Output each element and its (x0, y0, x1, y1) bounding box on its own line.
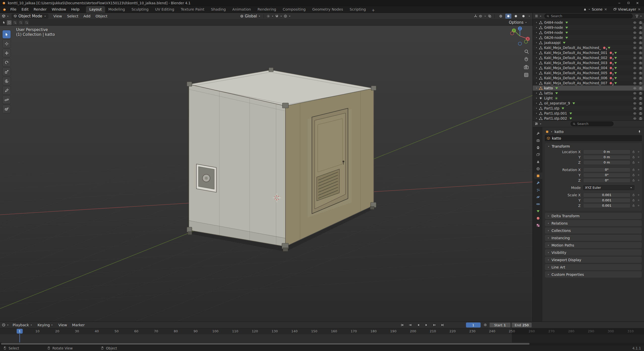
start-frame-field[interactable]: Start 1 (489, 322, 511, 328)
menu-file[interactable]: File (8, 6, 19, 13)
lock-icon[interactable] (632, 179, 635, 182)
properties-tab-modifiers[interactable] (534, 180, 542, 186)
properties-search-input[interactable]: Search (571, 121, 613, 126)
remove-view-layer-button[interactable] (637, 8, 641, 11)
camera-icon[interactable] (639, 86, 642, 90)
disclosure-icon[interactable] (535, 46, 538, 49)
transform-panel-header[interactable]: Transform (546, 143, 640, 149)
panel-line-art[interactable]: Line Art (545, 264, 642, 270)
disclosure-icon[interactable] (535, 112, 538, 115)
play-reverse-button[interactable] (415, 322, 422, 328)
panel-motion-paths[interactable]: Motion Paths (545, 242, 642, 248)
lock-icon[interactable] (632, 173, 635, 177)
disclosure-icon[interactable] (535, 102, 538, 105)
anim-dot-icon[interactable] (637, 161, 640, 164)
pin-icon[interactable] (638, 130, 641, 133)
lock-icon[interactable] (632, 168, 635, 171)
outliner-item-oil-separator-9[interactable]: oil_separator_9 (533, 101, 644, 106)
properties-tab-render[interactable] (534, 137, 542, 144)
number-field[interactable]: 0 m (583, 160, 630, 165)
number-field[interactable]: 0° (583, 178, 630, 183)
unlink-scene-button[interactable] (604, 8, 607, 11)
eye-icon[interactable] (633, 71, 637, 75)
eye-icon[interactable] (633, 51, 637, 55)
lock-icon[interactable] (632, 199, 635, 202)
tool-add-cube-button[interactable] (3, 105, 11, 113)
disclosure-icon[interactable] (535, 26, 538, 29)
camera-icon[interactable] (639, 21, 642, 24)
disclosure-icon[interactable] (535, 76, 538, 79)
camera-icon[interactable] (639, 106, 642, 110)
maximize-button[interactable] (624, 0, 633, 6)
anim-dot-icon[interactable] (637, 179, 640, 182)
eye-icon[interactable] (633, 117, 637, 120)
workspace-tab-rendering[interactable]: Rendering (254, 6, 279, 13)
eye-icon[interactable] (633, 61, 637, 65)
disclosure-icon[interactable] (535, 41, 538, 44)
properties-tab-physics[interactable] (534, 194, 542, 200)
end-frame-field[interactable]: End 250 (512, 322, 532, 328)
mode-dropdown[interactable]: Object Mode (12, 14, 48, 19)
tool-scale-button[interactable] (3, 68, 11, 76)
jump-to-start-button[interactable] (398, 322, 406, 328)
panel-relations[interactable]: Relations (545, 220, 642, 226)
camera-icon[interactable] (639, 51, 642, 55)
rotation-mode-dropdown[interactable]: XYZ Euler (583, 185, 634, 190)
play-button[interactable] (423, 322, 430, 328)
properties-tab-world[interactable] (534, 166, 542, 172)
properties-tab-output[interactable] (534, 144, 542, 151)
camera-icon[interactable] (639, 46, 642, 50)
workspace-tab-shading[interactable]: Shading (208, 6, 229, 13)
tool-annotate-button[interactable] (3, 86, 11, 94)
chevron-down-icon[interactable] (258, 15, 261, 17)
camera-icon[interactable] (639, 41, 642, 45)
workspace-tab-animation[interactable]: Animation (229, 6, 254, 13)
outliner-scrollbar[interactable] (642, 23, 644, 86)
anim-dot-icon[interactable] (637, 168, 640, 171)
outliner-item-light[interactable]: Light (533, 96, 644, 101)
outliner-item-g494-node[interactable]: G494-node (533, 30, 644, 35)
workspace-tab-scripting[interactable]: Scripting (346, 6, 369, 13)
camera-icon[interactable] (639, 66, 642, 70)
tool-select-box-button[interactable] (3, 30, 11, 38)
close-button[interactable] (633, 0, 642, 6)
panel-delta-transform[interactable]: Delta Transform (545, 213, 642, 219)
disclosure-icon[interactable] (535, 66, 538, 69)
outliner-item-kaki-meja-default-as-machined-001[interactable]: Kaki_Meja_Default_As_Machined_0012 (533, 50, 644, 55)
panel-custom-properties[interactable]: Custom Properties (545, 271, 642, 278)
lock-icon[interactable] (632, 155, 635, 159)
eye-icon[interactable] (633, 26, 637, 30)
tool-measure-button[interactable] (3, 96, 11, 104)
camera-icon[interactable] (639, 117, 642, 120)
outliner-item-part1-stp-002[interactable]: Part1.stp.002 (533, 116, 644, 120)
current-frame-field[interactable]: 1 (466, 322, 481, 328)
number-field[interactable]: 0.001 (583, 198, 630, 203)
properties-tab-texture[interactable] (534, 222, 542, 228)
chevron-down-icon[interactable] (588, 8, 591, 11)
camera-icon[interactable] (639, 101, 642, 105)
outliner-item-kaki-meja-default-as-machined-002[interactable]: Kaki_Meja_Default_As_Machined_0022 (533, 55, 644, 60)
camera-icon[interactable] (639, 71, 642, 75)
orientation-label[interactable]: Global (245, 14, 257, 18)
number-field[interactable]: 0.001 (583, 193, 630, 197)
workspace-tab-modeling[interactable]: Modeling (105, 6, 128, 13)
eye-icon[interactable] (633, 91, 637, 95)
properties-tab-view-layer[interactable] (534, 151, 542, 158)
scene-name[interactable]: Scene (592, 7, 603, 11)
eye-icon[interactable] (633, 81, 637, 85)
number-field[interactable]: 0 m (583, 150, 630, 154)
shading-solid-button[interactable] (505, 14, 511, 19)
menu-edit[interactable]: Edit (19, 6, 31, 13)
shading-rendered-button[interactable] (520, 14, 526, 19)
outliner-search-input[interactable]: Search (544, 14, 633, 18)
outliner-item-kaki-meja-default-as-machined-004[interactable]: Kaki_Meja_Default_As_Machined_0042 (533, 65, 644, 70)
camera-icon[interactable] (639, 61, 642, 65)
timeline-menu-view[interactable]: View (56, 322, 69, 328)
disclosure-icon[interactable] (535, 87, 538, 90)
disclosure-icon[interactable] (535, 97, 538, 100)
properties-tab-scene[interactable] (534, 158, 542, 165)
disclosure-icon[interactable] (535, 51, 538, 54)
previous-keyframe-button[interactable] (406, 322, 414, 328)
properties-tab-tool[interactable] (534, 130, 542, 137)
blender-menu-button[interactable] (3, 8, 6, 11)
